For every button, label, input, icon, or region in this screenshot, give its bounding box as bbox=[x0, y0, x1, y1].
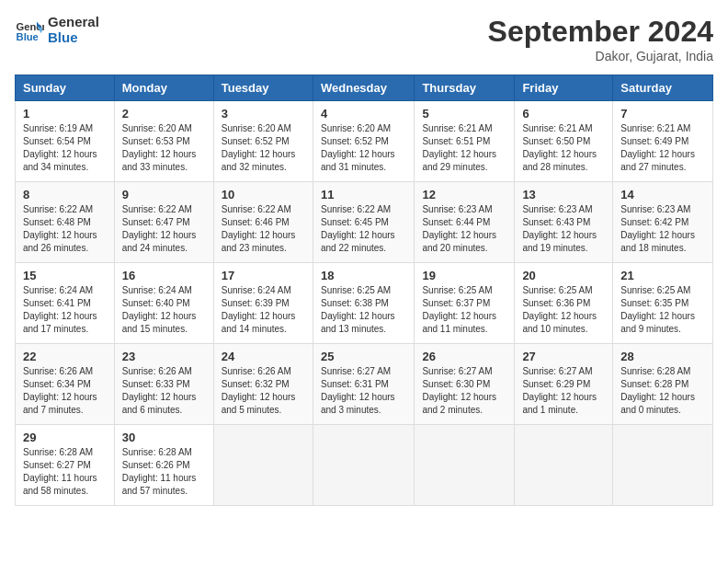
calendar-cell: 13 Sunrise: 6:23 AMSunset: 6:43 PMDaylig… bbox=[515, 182, 613, 263]
day-info: Sunrise: 6:20 AMSunset: 6:52 PMDaylight:… bbox=[222, 122, 305, 174]
location: Dakor, Gujarat, India bbox=[488, 49, 713, 63]
calendar-cell: 25 Sunrise: 6:27 AMSunset: 6:31 PMDaylig… bbox=[313, 344, 414, 425]
calendar-header-row: SundayMondayTuesdayWednesdayThursdayFrid… bbox=[16, 75, 713, 101]
calendar-cell: 8 Sunrise: 6:22 AMSunset: 6:48 PMDayligh… bbox=[16, 182, 115, 263]
calendar-cell: 18 Sunrise: 6:25 AMSunset: 6:38 PMDaylig… bbox=[313, 263, 414, 344]
day-number: 9 bbox=[122, 188, 206, 201]
calendar-cell: 30 Sunrise: 6:28 AMSunset: 6:26 PMDaylig… bbox=[114, 425, 213, 506]
day-number: 23 bbox=[122, 350, 206, 363]
calendar-week-2: 8 Sunrise: 6:22 AMSunset: 6:48 PMDayligh… bbox=[16, 182, 713, 263]
day-info: Sunrise: 6:27 AMSunset: 6:31 PMDaylight:… bbox=[321, 365, 406, 417]
header-thursday: Thursday bbox=[415, 75, 515, 101]
day-info: Sunrise: 6:22 AMSunset: 6:46 PMDaylight:… bbox=[222, 203, 305, 255]
calendar-cell: 29 Sunrise: 6:28 AMSunset: 6:27 PMDaylig… bbox=[16, 425, 115, 506]
day-number: 26 bbox=[422, 350, 506, 363]
day-number: 20 bbox=[522, 269, 605, 282]
day-info: Sunrise: 6:26 AMSunset: 6:34 PMDaylight:… bbox=[23, 365, 107, 417]
day-number: 12 bbox=[422, 188, 506, 201]
calendar-week-1: 1 Sunrise: 6:19 AMSunset: 6:54 PMDayligh… bbox=[16, 101, 713, 182]
day-number: 11 bbox=[321, 188, 406, 201]
calendar-cell: 17 Sunrise: 6:24 AMSunset: 6:39 PMDaylig… bbox=[213, 263, 313, 344]
day-number: 4 bbox=[321, 107, 406, 121]
calendar-cell bbox=[213, 425, 313, 506]
calendar-cell: 21 Sunrise: 6:25 AMSunset: 6:35 PMDaylig… bbox=[613, 263, 713, 344]
calendar-cell: 27 Sunrise: 6:27 AMSunset: 6:29 PMDaylig… bbox=[515, 344, 613, 425]
calendar-cell bbox=[515, 425, 613, 506]
day-info: Sunrise: 6:25 AMSunset: 6:35 PMDaylight:… bbox=[620, 284, 705, 336]
day-info: Sunrise: 6:22 AMSunset: 6:45 PMDaylight:… bbox=[321, 203, 406, 255]
day-number: 3 bbox=[222, 107, 305, 121]
day-number: 28 bbox=[620, 350, 705, 363]
logo: General Blue General Blue bbox=[15, 15, 99, 45]
day-info: Sunrise: 6:23 AMSunset: 6:44 PMDaylight:… bbox=[422, 203, 506, 255]
calendar-cell: 1 Sunrise: 6:19 AMSunset: 6:54 PMDayligh… bbox=[16, 101, 115, 182]
day-info: Sunrise: 6:21 AMSunset: 6:50 PMDaylight:… bbox=[522, 122, 605, 174]
day-number: 1 bbox=[23, 107, 107, 121]
day-number: 15 bbox=[23, 269, 107, 282]
calendar-cell: 4 Sunrise: 6:20 AMSunset: 6:52 PMDayligh… bbox=[313, 101, 414, 182]
day-info: Sunrise: 6:20 AMSunset: 6:52 PMDaylight:… bbox=[321, 122, 406, 174]
header-monday: Monday bbox=[114, 75, 213, 101]
day-number: 5 bbox=[422, 107, 506, 121]
day-number: 17 bbox=[222, 269, 305, 282]
day-info: Sunrise: 6:23 AMSunset: 6:42 PMDaylight:… bbox=[620, 203, 705, 255]
day-info: Sunrise: 6:25 AMSunset: 6:36 PMDaylight:… bbox=[522, 284, 605, 336]
day-number: 8 bbox=[23, 188, 107, 201]
header-friday: Friday bbox=[515, 75, 613, 101]
day-info: Sunrise: 6:22 AMSunset: 6:47 PMDaylight:… bbox=[122, 203, 206, 255]
day-number: 6 bbox=[522, 107, 605, 121]
calendar-cell: 11 Sunrise: 6:22 AMSunset: 6:45 PMDaylig… bbox=[313, 182, 414, 263]
day-number: 24 bbox=[222, 350, 305, 363]
day-info: Sunrise: 6:25 AMSunset: 6:37 PMDaylight:… bbox=[422, 284, 506, 336]
day-number: 27 bbox=[522, 350, 605, 363]
calendar-cell bbox=[415, 425, 515, 506]
calendar-cell: 28 Sunrise: 6:28 AMSunset: 6:28 PMDaylig… bbox=[613, 344, 713, 425]
header-wednesday: Wednesday bbox=[313, 75, 414, 101]
page-header: General Blue General Blue September 2024… bbox=[15, 15, 713, 63]
calendar-cell: 14 Sunrise: 6:23 AMSunset: 6:42 PMDaylig… bbox=[613, 182, 713, 263]
day-info: Sunrise: 6:21 AMSunset: 6:49 PMDaylight:… bbox=[620, 122, 705, 174]
calendar-cell: 3 Sunrise: 6:20 AMSunset: 6:52 PMDayligh… bbox=[213, 101, 313, 182]
day-info: Sunrise: 6:26 AMSunset: 6:33 PMDaylight:… bbox=[122, 365, 206, 417]
day-info: Sunrise: 6:22 AMSunset: 6:48 PMDaylight:… bbox=[23, 203, 107, 255]
calendar-cell: 12 Sunrise: 6:23 AMSunset: 6:44 PMDaylig… bbox=[415, 182, 515, 263]
calendar-cell: 22 Sunrise: 6:26 AMSunset: 6:34 PMDaylig… bbox=[16, 344, 115, 425]
day-info: Sunrise: 6:28 AMSunset: 6:26 PMDaylight:… bbox=[122, 446, 206, 498]
day-number: 21 bbox=[620, 269, 705, 282]
calendar-cell bbox=[313, 425, 414, 506]
calendar-cell: 9 Sunrise: 6:22 AMSunset: 6:47 PMDayligh… bbox=[114, 182, 213, 263]
calendar-table: SundayMondayTuesdayWednesdayThursdayFrid… bbox=[15, 75, 713, 506]
calendar-cell: 5 Sunrise: 6:21 AMSunset: 6:51 PMDayligh… bbox=[415, 101, 515, 182]
day-number: 13 bbox=[522, 188, 605, 201]
day-info: Sunrise: 6:24 AMSunset: 6:39 PMDaylight:… bbox=[222, 284, 305, 336]
day-info: Sunrise: 6:21 AMSunset: 6:51 PMDaylight:… bbox=[422, 122, 506, 174]
calendar-week-5: 29 Sunrise: 6:28 AMSunset: 6:27 PMDaylig… bbox=[16, 425, 713, 506]
day-number: 2 bbox=[122, 107, 206, 121]
svg-text:Blue: Blue bbox=[17, 31, 39, 42]
calendar-cell: 7 Sunrise: 6:21 AMSunset: 6:49 PMDayligh… bbox=[613, 101, 713, 182]
day-info: Sunrise: 6:20 AMSunset: 6:53 PMDaylight:… bbox=[122, 122, 206, 174]
calendar-cell: 23 Sunrise: 6:26 AMSunset: 6:33 PMDaylig… bbox=[114, 344, 213, 425]
day-info: Sunrise: 6:24 AMSunset: 6:41 PMDaylight:… bbox=[23, 284, 107, 336]
calendar-week-4: 22 Sunrise: 6:26 AMSunset: 6:34 PMDaylig… bbox=[16, 344, 713, 425]
day-number: 19 bbox=[422, 269, 506, 282]
day-number: 30 bbox=[122, 431, 206, 444]
logo-blue: Blue bbox=[48, 30, 99, 46]
title-block: September 2024 Dakor, Gujarat, India bbox=[488, 15, 713, 63]
day-number: 25 bbox=[321, 350, 406, 363]
calendar-cell: 26 Sunrise: 6:27 AMSunset: 6:30 PMDaylig… bbox=[415, 344, 515, 425]
day-info: Sunrise: 6:28 AMSunset: 6:27 PMDaylight:… bbox=[23, 446, 107, 498]
header-saturday: Saturday bbox=[613, 75, 713, 101]
calendar-cell: 19 Sunrise: 6:25 AMSunset: 6:37 PMDaylig… bbox=[415, 263, 515, 344]
day-info: Sunrise: 6:28 AMSunset: 6:28 PMDaylight:… bbox=[620, 365, 705, 417]
calendar-week-3: 15 Sunrise: 6:24 AMSunset: 6:41 PMDaylig… bbox=[16, 263, 713, 344]
logo-general: General bbox=[48, 15, 99, 30]
day-info: Sunrise: 6:26 AMSunset: 6:32 PMDaylight:… bbox=[222, 365, 305, 417]
calendar-cell: 2 Sunrise: 6:20 AMSunset: 6:53 PMDayligh… bbox=[114, 101, 213, 182]
day-info: Sunrise: 6:23 AMSunset: 6:43 PMDaylight:… bbox=[522, 203, 605, 255]
header-sunday: Sunday bbox=[16, 75, 115, 101]
day-info: Sunrise: 6:19 AMSunset: 6:54 PMDaylight:… bbox=[23, 122, 107, 174]
day-info: Sunrise: 6:25 AMSunset: 6:38 PMDaylight:… bbox=[321, 284, 406, 336]
day-number: 10 bbox=[222, 188, 305, 201]
calendar-cell bbox=[613, 425, 713, 506]
